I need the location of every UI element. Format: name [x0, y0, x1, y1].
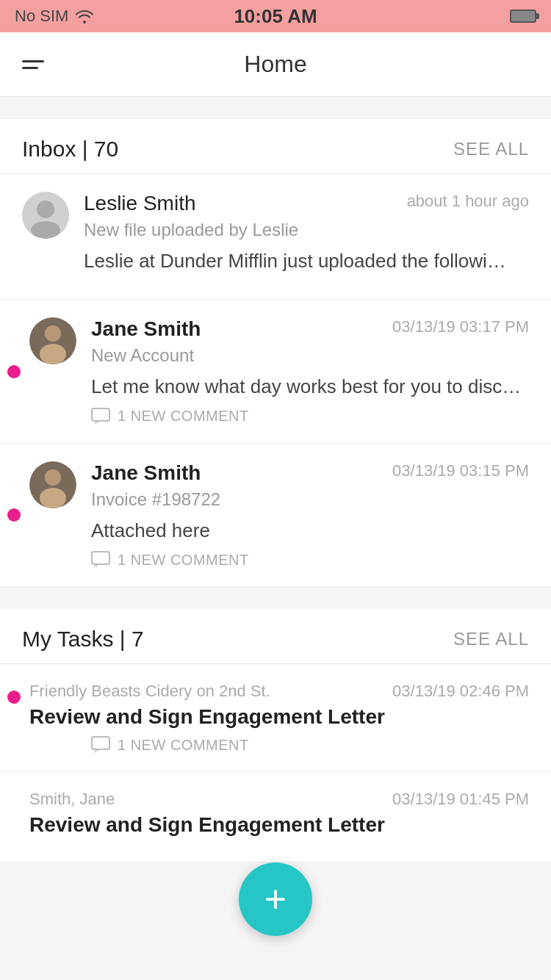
fab-button[interactable]: + — [239, 862, 312, 936]
unread-dot-1 — [7, 365, 21, 378]
task-item-0[interactable]: Friendly Beasts Cidery on 2nd St. 03/13/… — [0, 664, 551, 772]
sender-name-0: Leslie Smith — [84, 192, 196, 215]
task-time-1: 03/13/19 01:45 PM — [392, 790, 529, 809]
message-time-2: 03/13/19 03:15 PM — [392, 461, 529, 480]
inbox-item-0[interactable]: Leslie Smith about 1 hour ago New file u… — [0, 174, 551, 300]
message-time-1: 03/13/19 03:17 PM — [392, 317, 529, 336]
task-name-1: Review and Sign Engagement Letter — [29, 813, 529, 837]
svg-point-10 — [40, 488, 66, 508]
svg-rect-12 — [92, 552, 109, 564]
status-bar-time: 10:05 AM — [234, 5, 317, 28]
sender-name-1: Jane Smith — [91, 317, 201, 341]
svg-rect-14 — [92, 737, 109, 749]
tasks-see-all-button[interactable]: SEE ALL — [453, 629, 529, 649]
task-comment-text-0: 1 NEW COMMENT — [118, 737, 249, 754]
hamburger-line-2 — [22, 67, 38, 69]
svg-rect-6 — [92, 408, 109, 421]
message-time-0: about 1 hour ago — [407, 192, 529, 211]
task-company-row-1: Smith, Jane 03/13/19 01:45 PM — [29, 790, 529, 809]
avatar-leslie — [22, 192, 69, 239]
message-subject-1: New Account — [91, 345, 529, 366]
task-dot-0 — [7, 691, 21, 704]
status-bar: No SIM 10:05 AM — [0, 0, 551, 32]
tasks-section-title: My Tasks | 7 — [22, 627, 144, 652]
task-company-0: Friendly Beasts Cidery on 2nd St. — [29, 682, 270, 701]
avatar-jane-2 — [29, 461, 76, 508]
message-preview-0: Leslie at Dunder Mifflin just uploaded t… — [84, 248, 529, 274]
svg-point-1 — [31, 221, 60, 239]
task-name-0: Review and Sign Engagement Letter — [29, 705, 529, 729]
wifi-icon — [74, 9, 95, 24]
battery-icon — [510, 10, 536, 23]
message-subject-2: Invoice #198722 — [91, 489, 529, 510]
comment-text-2: 1 NEW COMMENT — [118, 552, 249, 569]
person-icon — [22, 192, 69, 239]
menu-button[interactable] — [22, 60, 44, 69]
message-preview-2: Attached here — [91, 517, 529, 544]
task-time-0: 03/13/19 02:46 PM — [392, 682, 529, 701]
inbox-list: Leslie Smith about 1 hour ago New file u… — [0, 173, 551, 587]
sender-name-2: Jane Smith — [91, 461, 201, 485]
comment-text-1: 1 NEW COMMENT — [118, 408, 249, 425]
status-bar-right — [510, 10, 536, 23]
unread-dot-2 — [7, 508, 21, 522]
app-header: Home — [0, 32, 551, 97]
svg-point-5 — [45, 325, 61, 342]
inbox-meta-2: Jane Smith 03/13/19 03:15 PM Invoice #19… — [91, 461, 529, 510]
task-company-row-0: Friendly Beasts Cidery on 2nd St. 03/13/… — [29, 682, 529, 701]
task-item-1[interactable]: Smith, Jane 03/13/19 01:45 PM Review and… — [0, 772, 551, 862]
page-title: Home — [244, 51, 306, 78]
inbox-section-title: Inbox | 70 — [22, 137, 118, 162]
inbox-see-all-button[interactable]: SEE ALL — [453, 139, 529, 159]
inbox-item-2[interactable]: Jane Smith 03/13/19 03:15 PM Invoice #19… — [0, 444, 551, 587]
tasks-list: Friendly Beasts Cidery on 2nd St. 03/13/… — [0, 663, 551, 862]
avatar-jane-1 — [29, 317, 76, 364]
inbox-meta-0: Leslie Smith about 1 hour ago New file u… — [84, 192, 529, 240]
fab-plus-icon: + — [264, 880, 287, 918]
inbox-item-1[interactable]: Jane Smith 03/13/19 03:17 PM New Account… — [0, 300, 551, 443]
comment-icon-2 — [91, 551, 112, 569]
section-spacer-2 — [0, 587, 551, 609]
task-comment-badge-0: 1 NEW COMMENT — [91, 736, 529, 754]
message-preview-1: Let me know what day works best for you … — [91, 373, 529, 400]
inbox-meta-1: Jane Smith 03/13/19 03:17 PM New Account — [91, 317, 529, 366]
svg-point-0 — [37, 201, 54, 218]
task-company-1: Smith, Jane — [29, 790, 115, 809]
status-bar-left: No SIM — [15, 7, 95, 26]
carrier-text: No SIM — [15, 7, 68, 26]
svg-point-4 — [40, 344, 66, 364]
message-subject-0: New file uploaded by Leslie — [84, 220, 529, 240]
avatar-image-2 — [29, 461, 76, 508]
svg-point-11 — [45, 469, 61, 486]
inbox-section-header: Inbox | 70 SEE ALL — [0, 119, 551, 173]
tasks-section-header: My Tasks | 7 SEE ALL — [0, 609, 551, 663]
hamburger-line-1 — [22, 60, 44, 62]
section-spacer-1 — [0, 97, 551, 119]
comment-badge-2: 1 NEW COMMENT — [91, 551, 529, 569]
avatar-image-1 — [29, 317, 76, 364]
comment-icon-1 — [91, 408, 112, 425]
task-comment-icon-0 — [91, 736, 112, 754]
comment-badge-1: 1 NEW COMMENT — [91, 408, 529, 425]
